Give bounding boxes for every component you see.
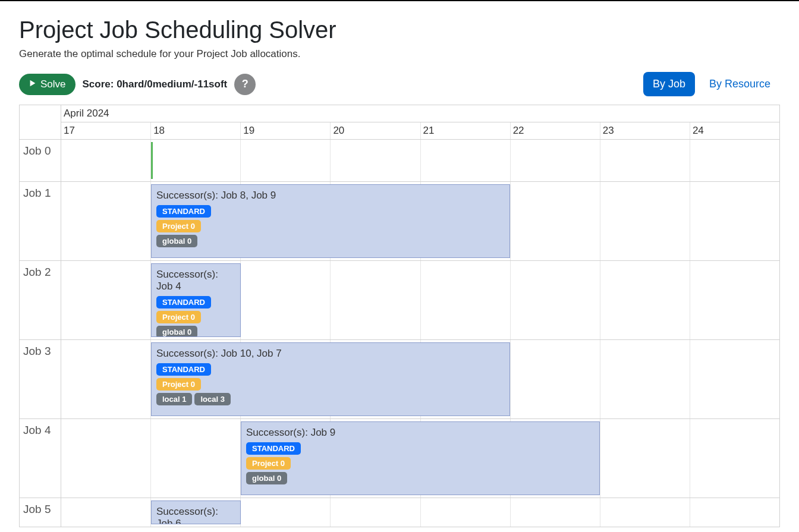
score-label: Score: 0hard/0medium/-11soft xyxy=(83,78,228,90)
main-container: Project Job Scheduling Solver Generate t… xyxy=(0,1,799,532)
solve-button[interactable]: Solve xyxy=(19,74,76,95)
days-row: 1718192021222324 xyxy=(61,122,779,139)
row-body: Successor(s): Job 4STANDARDProject 0glob… xyxy=(61,261,779,339)
play-icon xyxy=(29,78,37,90)
row-label: Job 4 xyxy=(20,419,61,498)
successors-label: Successor(s): Job 8, Job 9 xyxy=(156,190,505,202)
gantt-row: Job 5Successor(s): Job 6 xyxy=(20,498,779,527)
job-bar[interactable]: Successor(s): Job 8, Job 9STANDARDProjec… xyxy=(151,184,510,258)
day-cell: 21 xyxy=(421,122,511,139)
successors-label: Successor(s): Job 4 xyxy=(156,269,235,292)
day-cell: 18 xyxy=(151,122,241,139)
gantt-row: Job 0 xyxy=(20,140,779,182)
page-title: Project Job Scheduling Solver xyxy=(19,17,780,43)
successors-label: Successor(s): Job 10, Job 7 xyxy=(156,348,505,360)
job-bar[interactable]: Successor(s): Job 10, Job 7STANDARDProje… xyxy=(151,342,510,416)
gantt-row: Job 2Successor(s): Job 4STANDARDProject … xyxy=(20,261,779,340)
badge-project: Project 0 xyxy=(156,220,201,232)
badge-gray: global 0 xyxy=(156,326,197,337)
gantt-header: April 2024 1718192021222324 xyxy=(20,105,779,140)
badge-gray: global 0 xyxy=(246,472,287,484)
gantt-header-timeline: April 2024 1718192021222324 xyxy=(61,105,779,139)
page-subtitle: Generate the optimal schedule for your P… xyxy=(19,48,780,60)
gantt-row: Job 3Successor(s): Job 10, Job 7STANDARD… xyxy=(20,340,779,419)
badge-standard: STANDARD xyxy=(156,296,211,309)
help-icon: ? xyxy=(242,78,248,90)
day-cell: 19 xyxy=(241,122,331,139)
row-label: Job 2 xyxy=(20,261,61,339)
row-label: Job 5 xyxy=(20,498,61,527)
row-body: Successor(s): Job 8, Job 9STANDARDProjec… xyxy=(61,182,779,260)
row-label: Job 1 xyxy=(20,182,61,260)
gantt-body: Job 0Job 1Successor(s): Job 8, Job 9STAN… xyxy=(20,140,779,527)
job-marker[interactable] xyxy=(151,142,153,179)
tab-by-job[interactable]: By Job xyxy=(643,72,695,96)
day-cell: 23 xyxy=(600,122,690,139)
grid-lines xyxy=(61,140,779,181)
row-label: Job 3 xyxy=(20,340,61,418)
controls-row: Solve Score: 0hard/0medium/-11soft ? By … xyxy=(19,72,780,96)
tab-by-resource[interactable]: By Resource xyxy=(700,72,780,96)
successors-label: Successor(s): Job 6 xyxy=(156,506,235,524)
gantt-header-spacer xyxy=(20,105,61,139)
row-body: Successor(s): Job 10, Job 7STANDARDProje… xyxy=(61,340,779,418)
job-bar[interactable]: Successor(s): Job 9STANDARDProject 0glob… xyxy=(241,421,600,495)
row-body: Successor(s): Job 9STANDARDProject 0glob… xyxy=(61,419,779,498)
day-cell: 24 xyxy=(690,122,779,139)
successors-label: Successor(s): Job 9 xyxy=(246,427,594,439)
controls-left: Solve Score: 0hard/0medium/-11soft ? xyxy=(19,74,256,95)
day-cell: 20 xyxy=(331,122,420,139)
badge-project: Project 0 xyxy=(246,457,291,470)
row-label: Job 0 xyxy=(20,140,61,181)
gantt-chart: April 2024 1718192021222324 Job 0Job 1Su… xyxy=(19,105,780,527)
badge-project: Project 0 xyxy=(156,378,201,391)
day-cell: 22 xyxy=(511,122,600,139)
badge-gray: global 0 xyxy=(156,235,197,247)
gantt-row: Job 4Successor(s): Job 9STANDARDProject … xyxy=(20,419,779,498)
badge-standard: STANDARD xyxy=(246,442,301,455)
job-bar[interactable]: Successor(s): Job 6 xyxy=(151,500,241,524)
row-body: Successor(s): Job 6 xyxy=(61,498,779,527)
view-tabs: By Job By Resource xyxy=(643,72,780,96)
badge-standard: STANDARD xyxy=(156,363,211,376)
help-button[interactable]: ? xyxy=(234,74,256,95)
gantt-row: Job 1Successor(s): Job 8, Job 9STANDARDP… xyxy=(20,182,779,261)
badge-gray: local 3 xyxy=(194,393,230,405)
month-label: April 2024 xyxy=(61,105,779,122)
badge-gray: local 1 xyxy=(156,393,192,405)
badge-project: Project 0 xyxy=(156,311,201,323)
day-cell: 17 xyxy=(61,122,151,139)
row-body xyxy=(61,140,779,181)
job-bar[interactable]: Successor(s): Job 4STANDARDProject 0glob… xyxy=(151,263,241,337)
badge-standard: STANDARD xyxy=(156,205,211,218)
solve-button-label: Solve xyxy=(40,78,66,90)
